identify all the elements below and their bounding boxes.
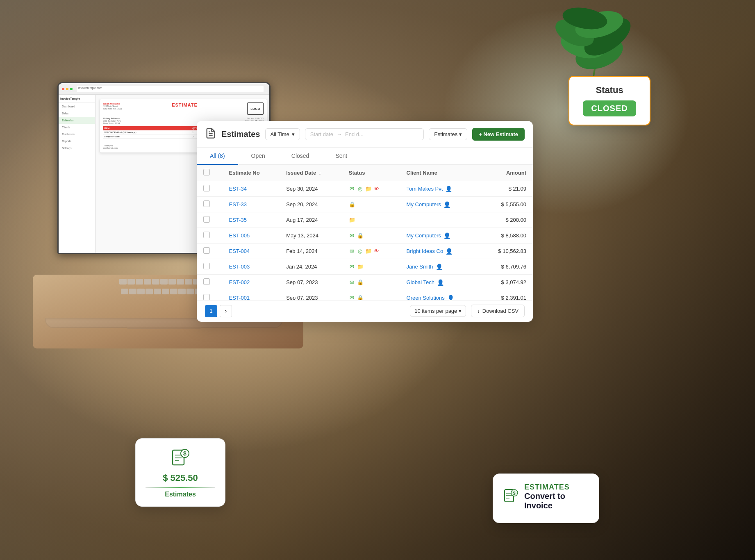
amount-cell: $ 6,709.76 xyxy=(479,259,533,275)
client-icon: 👤 xyxy=(443,232,450,239)
row-checkbox[interactable] xyxy=(203,216,210,223)
tab-closed[interactable]: Closed xyxy=(278,148,323,165)
estimate-link-est35[interactable]: EST-35 xyxy=(229,217,247,223)
date-cell: Sep 20, 2024 xyxy=(280,197,342,212)
table-row: EST-001 Sep 07, 2023 ✉ 🔒 Green Solutions xyxy=(197,290,533,300)
status-cell: 📁 xyxy=(342,212,400,228)
key xyxy=(160,279,168,285)
date-cell: May 13, 2024 xyxy=(280,228,342,244)
table-row: EST-34 Sep 30, 2024 ✉ ◎ 📁 👁 xyxy=(197,181,533,197)
client-icon: 👤 xyxy=(447,295,454,300)
estimate-doc-title: ESTIMATE xyxy=(172,102,198,115)
client-name-row: Jane Smith 👤 xyxy=(407,264,473,270)
estimate-link-est002[interactable]: EST-002 xyxy=(229,279,250,285)
browser-url-bar: invoicetemple.com xyxy=(77,86,264,92)
date-cell: Sep 07, 2023 xyxy=(280,290,342,300)
amount-cell: $ 8,588.00 xyxy=(479,228,533,244)
key xyxy=(129,289,136,294)
new-estimate-button[interactable]: + New Estimate xyxy=(472,128,525,141)
estimate-link-est33[interactable]: EST-33 xyxy=(229,201,247,207)
row-checkbox[interactable] xyxy=(203,185,210,191)
pagination-controls: 1 › xyxy=(205,305,232,317)
sidebar-logo-small: InvoiceTemple xyxy=(59,95,95,103)
row-checkbox-cell xyxy=(197,290,223,300)
chevron-down-icon: ▾ xyxy=(292,131,295,137)
tab-sent[interactable]: Sent xyxy=(322,148,360,165)
status-popup-title: Status xyxy=(578,85,641,96)
table-row: EST-002 Sep 07, 2023 ✉ 🔒 Global Tech xyxy=(197,275,533,290)
estimate-link-est34[interactable]: EST-34 xyxy=(229,186,247,192)
client-link-brightideas[interactable]: Bright Ideas Co xyxy=(407,248,443,254)
page-next-button[interactable]: › xyxy=(220,305,232,317)
date-cell: Sep 30, 2024 xyxy=(280,181,342,197)
client-link-globaltech[interactable]: Global Tech xyxy=(407,279,434,285)
client-icon: 👤 xyxy=(445,186,452,192)
client-link-greensolutions[interactable]: Green Solutions xyxy=(407,295,445,300)
date-range-input[interactable]: Start date → End d... xyxy=(305,128,424,140)
email-icon: ✉ xyxy=(349,248,355,255)
time-filter-label: All Time xyxy=(271,131,289,137)
lock-icon: 🔒 xyxy=(357,279,364,286)
status-icons: ✉ 🔒 xyxy=(349,279,393,286)
amount-cell: $ 200.00 xyxy=(479,212,533,228)
row-checkbox[interactable] xyxy=(203,294,210,300)
estimate-link-est001[interactable]: EST-001 xyxy=(229,295,250,300)
client-link-janesmith[interactable]: Jane Smith xyxy=(407,264,433,270)
col-client-name: Client Name xyxy=(400,165,479,181)
col-amount: Amount xyxy=(479,165,533,181)
date-range-arrow: → xyxy=(337,131,342,137)
tab-all[interactable]: All (8) xyxy=(197,148,238,165)
estimate-no-cell: EST-004 xyxy=(223,244,280,259)
row-checkbox[interactable] xyxy=(203,232,210,238)
col-checkbox xyxy=(197,165,223,181)
status-cell: ✉ ◎ 📁 👁 xyxy=(342,181,400,197)
convert-to-invoice-card: $ ESTIMATES Convert to Invoice xyxy=(493,473,599,523)
browser-minimize-dot xyxy=(66,88,68,90)
estimate-link-est005[interactable]: EST-005 xyxy=(229,232,250,239)
select-all-checkbox[interactable] xyxy=(203,169,210,175)
amount-cell: $ 2,391.01 xyxy=(479,290,533,300)
download-csv-label: Download CSV xyxy=(482,308,518,314)
row-checkbox[interactable] xyxy=(203,278,210,285)
row-checkbox[interactable] xyxy=(203,247,210,254)
time-filter-dropdown[interactable]: All Time ▾ xyxy=(265,128,300,140)
page-1-button[interactable]: 1 xyxy=(205,305,217,317)
svg-text:$: $ xyxy=(183,450,186,457)
estimate-link-est004[interactable]: EST-004 xyxy=(229,248,250,254)
col-status: Status xyxy=(342,165,400,181)
client-link-tom[interactable]: Tom Makes Pvt xyxy=(407,186,443,192)
row-checkbox[interactable] xyxy=(203,263,210,269)
estimates-filter-button[interactable]: Estimates ▾ xyxy=(429,128,467,140)
lock-icon: 🔒 xyxy=(357,295,364,300)
estimate-link-est003[interactable]: EST-003 xyxy=(229,264,250,270)
chevron-down-icon: ▾ xyxy=(459,308,462,314)
row-checkbox-cell xyxy=(197,259,223,275)
client-icon: 👤 xyxy=(436,264,443,270)
panel-header: Estimates All Time ▾ Start date → End d.… xyxy=(197,121,533,148)
client-cell: My Computers 👤 xyxy=(400,197,479,212)
col-issued-date[interactable]: Issued Date ↓ xyxy=(280,165,342,181)
status-popup: Status CLOSED xyxy=(569,76,650,125)
download-csv-button[interactable]: ↓ Download CSV xyxy=(471,305,525,317)
status-icons: 📁 xyxy=(349,217,393,223)
status-closed-badge: CLOSED xyxy=(583,100,636,116)
client-icon: 👤 xyxy=(446,248,453,255)
tab-open[interactable]: Open xyxy=(238,148,278,165)
row-checkbox[interactable] xyxy=(203,200,210,207)
client-cell: Bright Ideas Co 👤 xyxy=(400,244,479,259)
new-estimate-label: + New Estimate xyxy=(479,131,518,137)
items-per-page-dropdown[interactable]: 10 items per page ▾ xyxy=(410,305,466,317)
convert-card-doc-icon: $ xyxy=(503,488,519,506)
client-link-mycomputers2[interactable]: My Computers xyxy=(407,232,441,239)
client-cell: Jane Smith 👤 xyxy=(400,259,479,275)
client-cell: Green Solutions 👤 xyxy=(400,290,479,300)
email-icon: ✉ xyxy=(349,186,355,192)
sidebar-purchases-small: Purchases xyxy=(59,131,95,138)
convert-card-subtitle: Convert to Invoice xyxy=(524,492,589,510)
pagination-right: 10 items per page ▾ ↓ Download CSV xyxy=(410,305,525,317)
key xyxy=(144,279,151,285)
row-checkbox-cell xyxy=(197,244,223,259)
card-amount: $ 525.50 xyxy=(146,471,215,484)
client-link-mycomputers[interactable]: My Computers xyxy=(407,201,441,207)
table-row: EST-33 Sep 20, 2024 🔒 My Computers 👤 xyxy=(197,197,533,212)
